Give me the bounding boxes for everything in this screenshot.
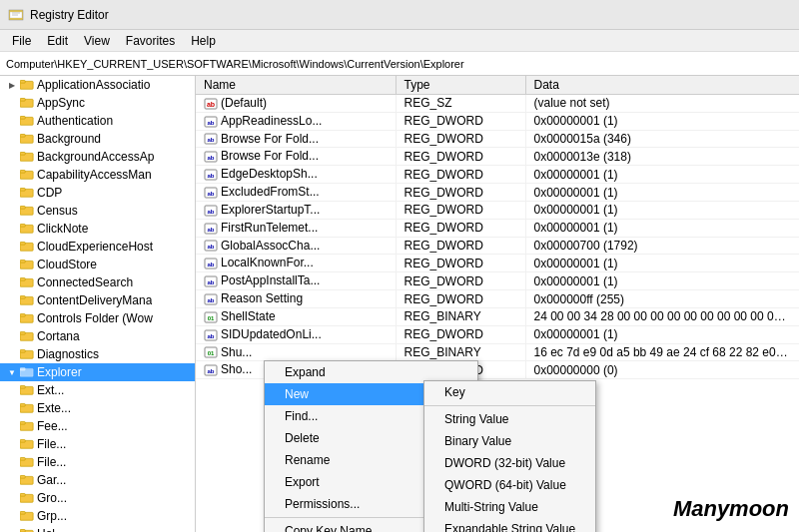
- table-row[interactable]: abExcludedFromSt...REG_DWORD0x00000001 (…: [196, 184, 799, 202]
- data-panel[interactable]: Name Type Data ab(Default)REG_SZ(value n…: [196, 76, 799, 532]
- tree-item[interactable]: Fee...: [0, 417, 195, 435]
- tree-item[interactable]: Cortana: [0, 327, 195, 345]
- tree-item[interactable]: CloudStore: [0, 256, 195, 273]
- cm-separator: [424, 405, 595, 406]
- tree-arrow-icon: [4, 203, 20, 219]
- tree-item[interactable]: Census: [0, 202, 195, 220]
- menu-help[interactable]: Help: [183, 32, 224, 50]
- menu-file[interactable]: File: [4, 32, 39, 50]
- sub-menu-item[interactable]: QWORD (64-bit) Value: [424, 474, 595, 496]
- table-row[interactable]: abBrowse For Fold...REG_DWORD0x0000013e …: [196, 148, 799, 166]
- table-row[interactable]: abExplorerStartupT...REG_DWORD0x00000001…: [196, 201, 799, 219]
- tree-item[interactable]: ContentDeliveryMana: [0, 291, 195, 309]
- table-row[interactable]: abPostAppInstallTa...REG_DWORD0x00000001…: [196, 272, 799, 290]
- tree-item[interactable]: Gar...: [0, 471, 195, 489]
- sub-menu-item[interactable]: Binary Value: [424, 430, 595, 452]
- svg-rect-35: [20, 349, 25, 352]
- tree-item[interactable]: Diagnostics: [0, 345, 195, 363]
- tree-item-label: File...: [37, 437, 66, 451]
- tree-item[interactable]: CapabilityAccessMan: [0, 166, 195, 184]
- col-header-data[interactable]: Data: [525, 76, 799, 95]
- cell-data: 0x00000001 (1): [525, 325, 799, 343]
- tree-item-label: Explorer: [37, 365, 82, 379]
- table-row[interactable]: abBrowse For Fold...REG_DWORD0x0000015a …: [196, 130, 799, 148]
- tree-item[interactable]: CloudExperienceHost: [0, 238, 195, 256]
- tree-item[interactable]: Controls Folder (Wow: [0, 309, 195, 327]
- tree-panel[interactable]: ▶ ApplicationAssociatio AppSync Authenti…: [0, 76, 196, 532]
- col-header-name[interactable]: Name: [196, 76, 396, 95]
- svg-rect-47: [20, 457, 25, 460]
- tree-arrow-icon: [4, 239, 20, 255]
- tree-item[interactable]: AppSync: [0, 94, 195, 112]
- cm-item-label: Expand: [285, 365, 326, 379]
- table-row[interactable]: abSIDUpdatedOnLi...REG_DWORD0x00000001 (…: [196, 325, 799, 343]
- svg-rect-45: [20, 439, 25, 442]
- table-row[interactable]: abFirstRunTelemet...REG_DWORD0x00000001 …: [196, 219, 799, 237]
- svg-text:01: 01: [208, 350, 215, 356]
- table-row[interactable]: abLocalKnownFor...REG_DWORD0x00000001 (1…: [196, 255, 799, 272]
- table-row[interactable]: abReason SettingREG_DWORD0x000000ff (255…: [196, 290, 799, 308]
- col-header-type[interactable]: Type: [396, 76, 525, 95]
- svg-text:ab: ab: [207, 227, 214, 233]
- tree-item[interactable]: ClickNote: [0, 220, 195, 238]
- sub-menu-item[interactable]: Multi-String Value: [424, 496, 595, 518]
- folder-icon: [20, 114, 34, 129]
- svg-rect-19: [20, 206, 25, 209]
- menu-view[interactable]: View: [76, 32, 118, 50]
- tree-arrow-icon: [4, 400, 20, 416]
- tree-item[interactable]: ConnectedSearch: [0, 273, 195, 291]
- tree-arrow-icon: [4, 418, 20, 434]
- cell-data: 0x00000000 (0): [525, 361, 799, 379]
- menu-favorites[interactable]: Favorites: [118, 32, 183, 50]
- svg-rect-49: [20, 475, 25, 478]
- tree-item-label: Gro...: [37, 491, 67, 505]
- tree-item[interactable]: ▶ ApplicationAssociatio: [0, 76, 195, 94]
- sub-context-menu[interactable]: KeyString ValueBinary ValueDWORD (32-bit…: [423, 380, 596, 532]
- cell-name: abBrowse For Fold...: [196, 130, 396, 148]
- svg-rect-5: [20, 80, 25, 83]
- cell-type: REG_DWORD: [396, 112, 525, 130]
- table-row[interactable]: abAppReadinessLo...REG_DWORD0x00000001 (…: [196, 112, 799, 130]
- cell-data: 0x00000001 (1): [525, 201, 799, 219]
- table-row[interactable]: 01ShellStateREG_BINARY24 00 00 34 28 00 …: [196, 307, 799, 325]
- svg-rect-21: [20, 224, 25, 227]
- tree-item-label: CDP: [37, 186, 62, 200]
- sub-menu-item[interactable]: DWORD (32-bit) Value: [424, 452, 595, 474]
- cell-data: 16 ec 7d e9 0d a5 bb 49 ae 24 cf 68 22 8…: [525, 343, 799, 361]
- cell-name: abBrowse For Fold...: [196, 148, 396, 166]
- tree-item[interactable]: Ext...: [0, 381, 195, 399]
- tree-item[interactable]: ▼ Explorer: [0, 363, 195, 381]
- table-row[interactable]: 01Shu...REG_BINARY16 ec 7d e9 0d a5 bb 4…: [196, 343, 799, 361]
- svg-text:ab: ab: [207, 137, 214, 143]
- sub-menu-item[interactable]: Key: [424, 381, 595, 403]
- tree-item[interactable]: CDP: [0, 184, 195, 202]
- tree-item[interactable]: Hol...: [0, 525, 195, 532]
- table-row[interactable]: abEdgeDesktopSh...REG_DWORD0x00000001 (1…: [196, 166, 799, 184]
- folder-icon: [20, 78, 34, 93]
- tree-item[interactable]: BackgroundAccessAp: [0, 148, 195, 166]
- app-title: Registry Editor: [30, 8, 109, 22]
- tree-arrow-icon: [4, 274, 20, 290]
- cell-name: ab(Default): [196, 95, 396, 113]
- menu-edit[interactable]: Edit: [39, 32, 76, 50]
- tree-item[interactable]: Background: [0, 130, 195, 148]
- tree-item[interactable]: Exte...: [0, 399, 195, 417]
- cell-data: 0x0000015a (346): [525, 130, 799, 148]
- menu-bar: File Edit View Favorites Help: [0, 30, 799, 52]
- table-row[interactable]: abGlobalAssocCha...REG_DWORD0x00000700 (…: [196, 237, 799, 255]
- sub-menu-item[interactable]: String Value: [424, 408, 595, 430]
- svg-rect-51: [20, 493, 25, 496]
- tree-item[interactable]: Gro...: [0, 489, 195, 507]
- tree-item[interactable]: File...: [0, 453, 195, 471]
- tree-item[interactable]: Grp...: [0, 507, 195, 525]
- tree-item[interactable]: Authentication: [0, 112, 195, 130]
- folder-icon: [20, 365, 34, 380]
- sub-menu-item[interactable]: Expandable String Value: [424, 518, 595, 532]
- registry-table: Name Type Data ab(Default)REG_SZ(value n…: [196, 76, 799, 379]
- table-row[interactable]: ab(Default)REG_SZ(value not set): [196, 95, 799, 113]
- tree-item[interactable]: File...: [0, 435, 195, 453]
- cell-type: REG_DWORD: [396, 166, 525, 184]
- tree-arrow-icon: [4, 490, 20, 506]
- cell-type: REG_DWORD: [396, 325, 525, 343]
- cell-data: 0x00000001 (1): [525, 112, 799, 130]
